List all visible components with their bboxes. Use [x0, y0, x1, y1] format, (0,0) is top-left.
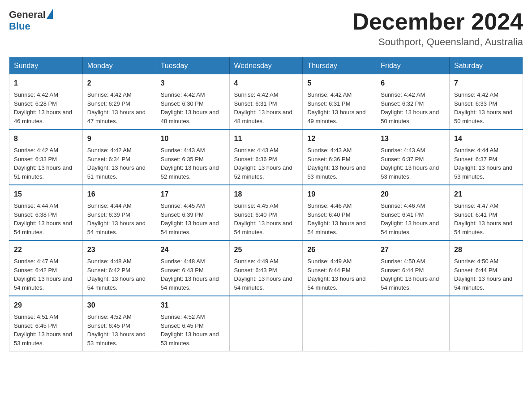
calendar-cell: 19Sunrise: 4:46 AMSunset: 6:40 PMDayligh…: [303, 185, 376, 240]
daylight-text: Daylight: 13 hours and 54 minutes.: [381, 220, 439, 235]
sunrise-text: Sunrise: 4:45 AM: [161, 202, 205, 209]
sunrise-text: Sunrise: 4:42 AM: [307, 91, 352, 98]
sunset-text: Sunset: 6:29 PM: [87, 100, 130, 107]
sunset-text: Sunset: 6:45 PM: [87, 322, 130, 329]
title-section: December 2024 Southport, Queensland, Aus…: [352, 9, 523, 48]
calendar-cell: 7Sunrise: 4:42 AMSunset: 6:33 PMDaylight…: [450, 74, 523, 129]
sunset-text: Sunset: 6:35 PM: [161, 156, 204, 163]
calendar-cell: 15Sunrise: 4:44 AMSunset: 6:38 PMDayligh…: [9, 185, 83, 240]
daylight-text: Daylight: 13 hours and 47 minutes.: [87, 109, 146, 124]
daylight-text: Daylight: 13 hours and 54 minutes.: [161, 275, 219, 291]
calendar-cell: 20Sunrise: 4:46 AMSunset: 6:41 PMDayligh…: [376, 185, 450, 240]
calendar-cell: 22Sunrise: 4:47 AMSunset: 6:42 PMDayligh…: [9, 240, 83, 296]
sunrise-text: Sunrise: 4:42 AM: [14, 147, 58, 154]
calendar-cell: 13Sunrise: 4:43 AMSunset: 6:37 PMDayligh…: [376, 129, 450, 185]
sunrise-text: Sunrise: 4:45 AM: [234, 202, 279, 209]
sunset-text: Sunset: 6:34 PM: [87, 156, 130, 163]
logo-top-row: General: [9, 9, 53, 21]
sunrise-text: Sunrise: 4:42 AM: [161, 91, 205, 98]
sunrise-text: Sunrise: 4:44 AM: [454, 147, 498, 154]
sunset-text: Sunset: 6:43 PM: [161, 267, 204, 274]
daylight-text: Daylight: 13 hours and 49 minutes.: [307, 109, 365, 124]
calendar-cell: 16Sunrise: 4:44 AMSunset: 6:39 PMDayligh…: [82, 185, 156, 240]
sunset-text: Sunset: 6:40 PM: [307, 211, 350, 218]
day-number: 9: [87, 133, 151, 144]
calendar-cell: 2Sunrise: 4:42 AMSunset: 6:29 PMDaylight…: [82, 74, 156, 129]
sunset-text: Sunset: 6:39 PM: [87, 211, 130, 218]
daylight-text: Daylight: 13 hours and 54 minutes.: [87, 275, 146, 291]
day-number: 24: [161, 244, 225, 255]
daylight-text: Daylight: 13 hours and 54 minutes.: [234, 275, 292, 291]
daylight-text: Daylight: 13 hours and 46 minutes.: [14, 109, 72, 124]
logo-inner: General Blue: [9, 9, 53, 32]
daylight-text: Daylight: 13 hours and 54 minutes.: [307, 220, 365, 235]
sunrise-text: Sunrise: 4:52 AM: [161, 313, 205, 320]
sunrise-text: Sunrise: 4:43 AM: [234, 147, 279, 154]
sunrise-text: Sunrise: 4:50 AM: [381, 258, 425, 265]
day-number: 15: [14, 189, 78, 200]
sunset-text: Sunset: 6:28 PM: [14, 100, 57, 107]
daylight-text: Daylight: 13 hours and 50 minutes.: [381, 109, 439, 124]
calendar-cell: 9Sunrise: 4:42 AMSunset: 6:34 PMDaylight…: [82, 129, 156, 185]
sunset-text: Sunset: 6:45 PM: [14, 322, 57, 329]
calendar-cell: 30Sunrise: 4:52 AMSunset: 6:45 PMDayligh…: [82, 296, 156, 351]
calendar-cell: 18Sunrise: 4:45 AMSunset: 6:40 PMDayligh…: [229, 185, 303, 240]
calendar-cell: 6Sunrise: 4:42 AMSunset: 6:32 PMDaylight…: [376, 74, 450, 129]
calendar-header-thursday: Thursday: [303, 57, 376, 75]
sunrise-text: Sunrise: 4:43 AM: [381, 147, 425, 154]
calendar-cell: 28Sunrise: 4:50 AMSunset: 6:44 PMDayligh…: [450, 240, 523, 296]
sunrise-text: Sunrise: 4:42 AM: [14, 91, 58, 98]
sunset-text: Sunset: 6:31 PM: [234, 100, 277, 107]
daylight-text: Daylight: 13 hours and 53 minutes.: [87, 331, 146, 347]
calendar-cell: 8Sunrise: 4:42 AMSunset: 6:33 PMDaylight…: [9, 129, 83, 185]
day-number: 27: [381, 244, 445, 255]
daylight-text: Daylight: 13 hours and 54 minutes.: [161, 220, 219, 235]
calendar-header-sunday: Sunday: [9, 57, 83, 75]
day-number: 23: [87, 244, 151, 255]
calendar-header-monday: Monday: [82, 57, 156, 75]
daylight-text: Daylight: 13 hours and 50 minutes.: [454, 109, 512, 124]
logo: General Blue: [9, 9, 53, 32]
calendar-cell: [450, 296, 523, 351]
calendar-cell: 24Sunrise: 4:48 AMSunset: 6:43 PMDayligh…: [156, 240, 229, 296]
calendar-cell: 12Sunrise: 4:43 AMSunset: 6:36 PMDayligh…: [303, 129, 376, 185]
day-number: 3: [161, 78, 225, 89]
sunset-text: Sunset: 6:44 PM: [307, 267, 350, 274]
sunrise-text: Sunrise: 4:52 AM: [87, 313, 132, 320]
calendar-cell: 1Sunrise: 4:42 AMSunset: 6:28 PMDaylight…: [9, 74, 83, 129]
sunrise-text: Sunrise: 4:43 AM: [161, 147, 205, 154]
calendar-cell: 11Sunrise: 4:43 AMSunset: 6:36 PMDayligh…: [229, 129, 303, 185]
day-number: 12: [307, 133, 371, 144]
sunrise-text: Sunrise: 4:51 AM: [14, 313, 58, 320]
day-number: 20: [381, 189, 445, 200]
daylight-text: Daylight: 13 hours and 53 minutes.: [307, 164, 365, 180]
calendar-cell: 3Sunrise: 4:42 AMSunset: 6:30 PMDaylight…: [156, 74, 229, 129]
calendar-header-wednesday: Wednesday: [229, 57, 303, 75]
calendar-cell: 10Sunrise: 4:43 AMSunset: 6:35 PMDayligh…: [156, 129, 229, 185]
location-subtitle: Southport, Queensland, Australia: [352, 36, 523, 48]
calendar-cell: 31Sunrise: 4:52 AMSunset: 6:45 PMDayligh…: [156, 296, 229, 351]
day-number: 22: [14, 244, 78, 255]
daylight-text: Daylight: 13 hours and 51 minutes.: [87, 164, 146, 180]
sunrise-text: Sunrise: 4:48 AM: [161, 258, 205, 265]
month-year-title: December 2024: [352, 9, 523, 34]
sunset-text: Sunset: 6:33 PM: [14, 156, 57, 163]
sunset-text: Sunset: 6:41 PM: [454, 211, 497, 218]
day-number: 30: [87, 300, 151, 311]
sunrise-text: Sunrise: 4:42 AM: [87, 147, 132, 154]
calendar-table: SundayMondayTuesdayWednesdayThursdayFrid…: [9, 57, 523, 351]
daylight-text: Daylight: 13 hours and 54 minutes.: [14, 220, 72, 235]
sunset-text: Sunset: 6:41 PM: [381, 211, 424, 218]
sunset-text: Sunset: 6:42 PM: [87, 267, 130, 274]
sunset-text: Sunset: 6:44 PM: [381, 267, 424, 274]
day-number: 26: [307, 244, 371, 255]
day-number: 4: [234, 78, 298, 89]
sunrise-text: Sunrise: 4:42 AM: [454, 91, 498, 98]
calendar-cell: 17Sunrise: 4:45 AMSunset: 6:39 PMDayligh…: [156, 185, 229, 240]
day-number: 2: [87, 78, 151, 89]
day-number: 31: [161, 300, 225, 311]
sunset-text: Sunset: 6:30 PM: [161, 100, 204, 107]
daylight-text: Daylight: 13 hours and 52 minutes.: [161, 164, 219, 180]
calendar-cell: 14Sunrise: 4:44 AMSunset: 6:37 PMDayligh…: [450, 129, 523, 185]
day-number: 1: [14, 78, 78, 89]
